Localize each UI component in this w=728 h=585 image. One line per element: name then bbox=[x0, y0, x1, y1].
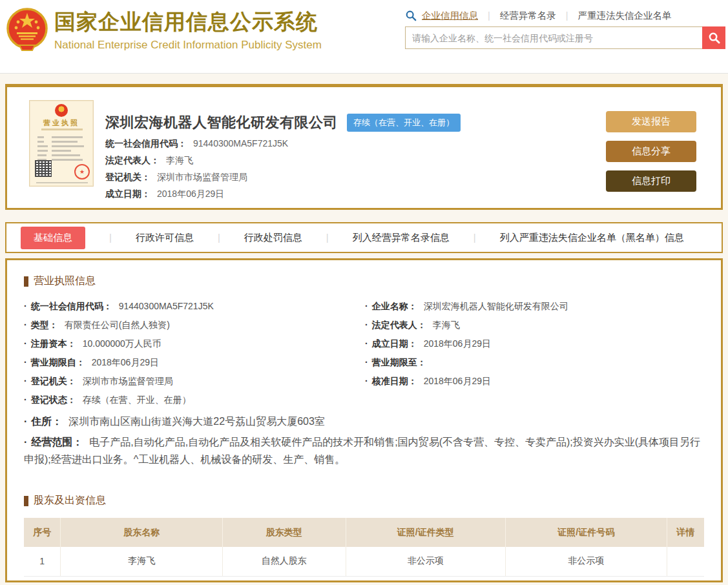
field-value: 2018年06月29日 bbox=[424, 376, 491, 386]
table-cell: 非公示项 bbox=[506, 547, 667, 576]
table-cell bbox=[667, 547, 704, 576]
field-value: 深圳市市场监督管理局 bbox=[83, 376, 173, 386]
action-button[interactable]: 发送报告 bbox=[606, 111, 696, 132]
company-field: 法定代表人：李海飞 bbox=[105, 152, 288, 169]
table-row: 1李海飞自然人股东非公示项非公示项 bbox=[24, 547, 704, 576]
field-row: 经营范围：电子产品,自动化产品,自动化产品及相关软硬件产品的技术开和销售;国内贸… bbox=[24, 430, 704, 468]
field-label: 核准日期： bbox=[365, 376, 417, 386]
action-button[interactable]: 信息分享 bbox=[606, 141, 696, 162]
field-value: 2018年06月29日 bbox=[157, 189, 224, 199]
field-value: 深圳宏海机器人智能化研发有限公司 bbox=[424, 301, 568, 311]
company-field: 登记机关：深圳市市场监督管理局 bbox=[105, 169, 288, 185]
tab[interactable]: 基础信息 bbox=[21, 227, 85, 249]
license-emblem-icon bbox=[55, 104, 68, 117]
field-label: 统一社会信用代码： bbox=[24, 301, 112, 311]
table-body: 1李海飞自然人股东非公示项非公示项 bbox=[24, 547, 704, 576]
field-value: 91440300MA5F721J5K bbox=[119, 301, 214, 311]
table-header-cell: 详情 bbox=[667, 518, 704, 547]
license-fields-grid: 统一社会信用代码：91440300MA5F721J5K 企业名称：深圳宏海机器人… bbox=[24, 297, 704, 409]
table-cell: 李海飞 bbox=[61, 547, 223, 576]
search-bar bbox=[405, 26, 725, 49]
card-actions: 发送报告 信息分享 信息打印 bbox=[606, 111, 696, 200]
field-row: 登记机关：深圳市市场监督管理局 核准日期：2018年06月29日 bbox=[24, 372, 704, 391]
section-title: 股东及出资信息 bbox=[34, 494, 106, 508]
field-value: 存续（在营、开业、在册） bbox=[83, 395, 191, 405]
field-row: 住所：深圳市南山区南山街道兴海大道22号荔山贸易大厦603室 bbox=[24, 409, 704, 430]
page-title: 国家企业信用信息公示系统 bbox=[54, 8, 322, 37]
field-row: 登记状态：存续（在营、开业、在册） bbox=[24, 391, 704, 409]
field-label: 登记状态： bbox=[24, 395, 76, 405]
title-block: 国家企业信用信息公示系统 National Enterprise Credit … bbox=[54, 8, 322, 52]
status-badge: 存续（在营、开业、在册） bbox=[347, 114, 461, 132]
field-value: 91440300MA5F721J5K bbox=[193, 138, 288, 149]
field-row: 注册资本：10.000000万人民币 成立日期：2018年06月29日 bbox=[24, 334, 704, 353]
nav-link[interactable]: 企业信用信息 bbox=[422, 10, 478, 22]
field-value: 2018年06月29日 bbox=[424, 338, 491, 349]
top-nav: 企业信用信息经营异常名录严重违法失信企业名单 bbox=[405, 8, 725, 23]
field-label: 法定代表人： bbox=[105, 155, 160, 165]
field-label: 登记机关： bbox=[24, 376, 76, 386]
field: 成立日期：2018年06月29日 bbox=[365, 334, 704, 353]
field-label: 类型： bbox=[24, 320, 58, 330]
company-name: 深圳宏海机器人智能化研发有限公司 bbox=[105, 113, 338, 132]
table-header-cell: 证照/证件号码 bbox=[506, 518, 667, 547]
license-full-rows: 住所：深圳市南山区南山街道兴海大道22号荔山贸易大厦603室 经营范围：电子产品… bbox=[24, 409, 704, 468]
field: 住所：深圳市南山区南山街道兴海大道22号荔山贸易大厦603室 bbox=[24, 409, 325, 430]
field-row: 营业期限自：2018年06月29日 营业期限至： bbox=[24, 353, 704, 372]
search-input[interactable] bbox=[405, 26, 702, 49]
field-label: 经营范围： bbox=[24, 436, 83, 447]
field-label: 成立日期： bbox=[365, 338, 417, 349]
table-header-cell: 证照/证件类型 bbox=[346, 518, 505, 547]
table-cell: 1 bbox=[24, 547, 61, 576]
field: 经营范围：电子产品,自动化产品,自动化产品及相关软硬件产品的技术开和销售;国内贸… bbox=[24, 430, 704, 468]
shareholder-section-header: 股东及出资信息 bbox=[24, 494, 704, 508]
company-header: 深圳宏海机器人智能化研发有限公司 存续（在营、开业、在册） bbox=[105, 113, 461, 132]
field-value: 李海飞 bbox=[433, 320, 460, 330]
info-tabs: 基础信息行政许可信息行政处罚信息列入经营异常名录信息列入严重违法失信企业名单（黑… bbox=[5, 222, 723, 253]
license-qr-code bbox=[35, 160, 52, 177]
table-header-row: 序号股东名称股东类型证照/证件类型证照/证件号码详情 bbox=[24, 518, 704, 547]
table-header-cell: 序号 bbox=[24, 518, 61, 547]
table-cell: 自然人股东 bbox=[222, 547, 346, 576]
section-marker bbox=[24, 496, 28, 506]
field: 法定代表人：李海飞 bbox=[365, 316, 704, 334]
field-value: 有限责任公司(自然人独资) bbox=[65, 320, 170, 330]
search-button[interactable] bbox=[702, 26, 725, 49]
tab[interactable]: 列入严重违法失信企业名单（黑名单）信息 bbox=[450, 232, 684, 244]
field: 营业期限至： bbox=[365, 353, 704, 372]
tab[interactable]: 行政许可信息 bbox=[85, 232, 194, 244]
nav-link[interactable]: 经营异常名录 bbox=[478, 10, 556, 22]
tab[interactable]: 列入经营异常名录信息 bbox=[302, 232, 450, 244]
field-row: 统一社会信用代码：91440300MA5F721J5K 企业名称：深圳宏海机器人… bbox=[24, 297, 704, 316]
site-header: 国家企业信用信息公示系统 National Enterprise Credit … bbox=[0, 0, 728, 74]
field: 核准日期：2018年06月29日 bbox=[365, 372, 704, 391]
field-row: 类型：有限责任公司(自然人独资) 法定代表人：李海飞 bbox=[24, 316, 704, 334]
field: 登记机关：深圳市市场监督管理局 bbox=[24, 372, 365, 391]
company-field: 成立日期：2018年06月29日 bbox=[105, 185, 288, 202]
tab[interactable]: 行政处罚信息 bbox=[194, 232, 302, 244]
field-label: 统一社会信用代码： bbox=[105, 138, 187, 149]
field-value: 2018年06月29日 bbox=[92, 357, 159, 367]
field: 企业名称：深圳宏海机器人智能化研发有限公司 bbox=[365, 297, 704, 316]
field: 营业期限自：2018年06月29日 bbox=[24, 353, 365, 372]
field-label: 住所： bbox=[24, 416, 62, 427]
table-header-cell: 股东类型 bbox=[222, 518, 346, 547]
business-license-thumbnail: 营业执照 ★ bbox=[29, 100, 94, 187]
field-value: 10.000000万人民币 bbox=[83, 338, 161, 349]
header-right: 企业信用信息经营异常名录严重违法失信企业名单 bbox=[405, 8, 725, 49]
page-subtitle: National Enterprise Credit Information P… bbox=[54, 39, 322, 52]
field: 统一社会信用代码：91440300MA5F721J5K bbox=[24, 297, 365, 316]
license-red-seal: ★ bbox=[74, 164, 90, 180]
field-label: 营业期限至： bbox=[365, 357, 426, 367]
field-label: 法定代表人： bbox=[365, 320, 426, 330]
shareholder-table: 序号股东名称股东类型证照/证件类型证照/证件号码详情 1李海飞自然人股东非公示项… bbox=[24, 518, 704, 577]
company-field: 统一社会信用代码：91440300MA5F721J5K bbox=[105, 135, 288, 152]
field-label: 注册资本： bbox=[24, 338, 76, 349]
basic-info-panel: 营业执照信息 统一社会信用代码：91440300MA5F721J5K 企业名称：… bbox=[5, 258, 723, 582]
company-summary-card: 营业执照 ★ 深圳宏海机器人智能化研发有限公司 存续（在营、开业、在册） 统一社… bbox=[5, 84, 723, 210]
nav-link[interactable]: 严重违法失信企业名单 bbox=[556, 10, 672, 22]
field: 类型：有限责任公司(自然人独资) bbox=[24, 316, 365, 334]
field-label: 登记机关： bbox=[105, 172, 151, 182]
field-value: 深圳市市场监督管理局 bbox=[157, 172, 247, 182]
action-button[interactable]: 信息打印 bbox=[606, 170, 696, 192]
